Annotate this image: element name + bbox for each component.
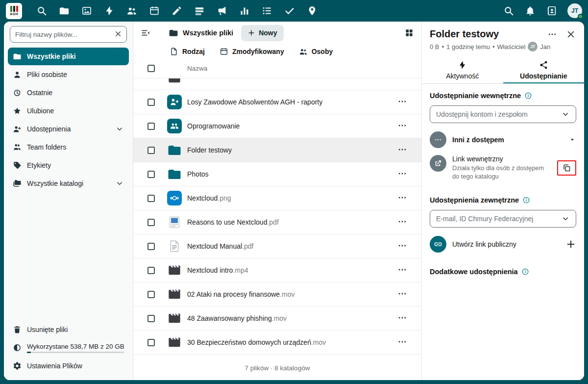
row-checkbox[interactable] bbox=[147, 99, 155, 106]
approval-app-icon[interactable] bbox=[284, 5, 295, 17]
row-actions-icon[interactable] bbox=[397, 121, 408, 131]
filter-chip-label: Rodzaj bbox=[182, 48, 205, 55]
agh-logo[interactable]: AGH bbox=[6, 3, 22, 19]
sidebar-item-favorites[interactable]: Ulubione bbox=[8, 102, 129, 120]
search-app-icon[interactable] bbox=[36, 5, 48, 17]
chevron-down-icon[interactable] bbox=[115, 125, 124, 133]
info-icon[interactable] bbox=[524, 92, 532, 100]
others-with-access-row[interactable]: Inni z dostępem bbox=[430, 128, 576, 152]
group-icon bbox=[13, 143, 22, 152]
notes-app-icon[interactable] bbox=[171, 5, 183, 17]
create-public-link-plus-icon[interactable] bbox=[565, 239, 576, 250]
select-all-checkbox[interactable] bbox=[147, 65, 155, 72]
file-row-partial[interactable] bbox=[133, 78, 421, 90]
sidebar-item-tags[interactable]: Etykiety bbox=[8, 156, 129, 174]
tab-activity[interactable]: Aktywność bbox=[422, 57, 503, 83]
tab-sharing[interactable]: Udostępnianie bbox=[503, 57, 585, 83]
grid-view-toggle-icon[interactable] bbox=[404, 27, 415, 38]
contacts-menu-icon[interactable] bbox=[546, 5, 558, 17]
copy-internal-link-button[interactable] bbox=[557, 160, 576, 176]
sidebar-item-recent[interactable]: Ostatnie bbox=[8, 84, 129, 102]
info-icon[interactable] bbox=[522, 196, 530, 204]
file-row-selected[interactable]: Folder testowy bbox=[133, 138, 421, 162]
sidebar-item-label: Ostatnie bbox=[27, 89, 52, 97]
unified-search-icon[interactable] bbox=[503, 5, 514, 17]
file-row[interactable]: Losy Zawodowe Absolwentów AGH - raporty bbox=[133, 90, 421, 114]
row-checkbox[interactable] bbox=[147, 195, 155, 202]
tasks-app-icon[interactable] bbox=[261, 5, 273, 17]
maps-app-icon[interactable] bbox=[306, 5, 318, 17]
notifications-bell-icon[interactable] bbox=[524, 5, 536, 17]
chevron-down-icon bbox=[561, 214, 570, 223]
info-icon[interactable] bbox=[521, 268, 529, 276]
row-checkbox[interactable] bbox=[147, 171, 155, 178]
sidebar-item-shares[interactable]: Udostępnienia bbox=[8, 120, 129, 138]
deck-app-icon[interactable] bbox=[194, 5, 205, 17]
column-header-name[interactable]: Nazwa bbox=[187, 65, 207, 72]
details-tabs: Aktywność Udostępnianie bbox=[422, 57, 584, 84]
sidebar-item-team-folders[interactable]: Team folders bbox=[8, 138, 129, 156]
row-checkbox[interactable] bbox=[147, 315, 155, 322]
activity-app-icon[interactable] bbox=[103, 5, 115, 17]
file-row[interactable]: Reasons to use Nextcloud.pdf bbox=[133, 210, 421, 234]
row-actions-icon[interactable] bbox=[397, 313, 408, 324]
owner-name: Jan bbox=[540, 43, 550, 51]
gear-icon bbox=[13, 361, 22, 370]
user-avatar[interactable]: JT bbox=[567, 3, 582, 18]
clear-filter-icon[interactable] bbox=[114, 30, 123, 39]
file-filter-input[interactable] bbox=[10, 26, 127, 43]
sidebar-item-all-folders[interactable]: Wszystkie katalogi bbox=[8, 175, 129, 192]
chevron-down-icon[interactable] bbox=[115, 179, 124, 188]
row-actions-icon[interactable] bbox=[397, 97, 408, 107]
sidebar-item-quota[interactable]: Wykorzystane 538,7 MB z 20 GB bbox=[8, 339, 129, 357]
details-menu-icon[interactable] bbox=[547, 29, 558, 40]
expand-caret-icon[interactable] bbox=[568, 136, 576, 144]
photos-app-icon[interactable] bbox=[81, 5, 93, 17]
internal-share-select[interactable]: Udostępnij kontom i zespołom bbox=[430, 105, 576, 123]
file-row[interactable]: Nextcloud intro.mp4 bbox=[133, 258, 421, 282]
sidebar-item-files-settings[interactable]: Ustawienia Plików bbox=[8, 357, 129, 375]
file-row[interactable]: Nextcloud Manual.pdf bbox=[133, 234, 421, 258]
calendar-app-icon[interactable] bbox=[148, 5, 160, 17]
announcements-app-icon[interactable] bbox=[216, 5, 228, 17]
sidebar-item-deleted-files[interactable]: Usunięte pliki bbox=[8, 321, 129, 338]
collapse-sidebar-icon[interactable] bbox=[140, 27, 151, 38]
row-checkbox[interactable] bbox=[147, 267, 155, 274]
filter-chip-modified[interactable]: Zmodyfikowany bbox=[220, 47, 284, 56]
row-checkbox[interactable] bbox=[147, 339, 155, 346]
file-row[interactable]: 30 Bezpieczeństwo domowych urządzeń.mov bbox=[133, 331, 421, 355]
row-actions-icon[interactable] bbox=[397, 241, 408, 252]
breadcrumb[interactable]: Wszystkie pliki bbox=[169, 28, 233, 38]
file-row[interactable]: 48 Zaawansowany phishing.mov bbox=[133, 307, 421, 331]
external-share-select[interactable]: E-mail, ID Chmury Federacyjnej bbox=[430, 210, 576, 228]
row-checkbox[interactable] bbox=[147, 219, 155, 226]
new-button[interactable]: Nowy bbox=[241, 25, 283, 41]
file-row[interactable]: Oprogramowanie bbox=[133, 114, 421, 138]
others-avatar-icon bbox=[430, 131, 446, 148]
row-checkbox[interactable] bbox=[147, 147, 155, 154]
sidebar-item-all-files[interactable]: Wszystkie pliki bbox=[8, 48, 129, 65]
create-public-link-row[interactable]: Utwórz link publiczny bbox=[430, 232, 576, 256]
row-actions-icon[interactable] bbox=[397, 265, 408, 276]
row-actions-icon[interactable] bbox=[397, 169, 408, 179]
sidebar-item-personal-files[interactable]: Pliki osobiste bbox=[8, 66, 129, 83]
row-actions-icon[interactable] bbox=[397, 289, 408, 300]
file-row[interactable]: Photos bbox=[133, 162, 421, 186]
analytics-app-icon[interactable] bbox=[239, 5, 250, 17]
file-row[interactable]: 02 Ataki na procesy finansowe.mov bbox=[133, 282, 421, 307]
row-checkbox[interactable] bbox=[147, 243, 155, 250]
row-checkbox[interactable] bbox=[147, 123, 155, 130]
details-close-icon[interactable] bbox=[565, 29, 576, 40]
nextcloud-image-icon bbox=[167, 191, 182, 205]
file-row[interactable]: Nextcloud.png bbox=[133, 186, 421, 210]
row-actions-icon[interactable] bbox=[397, 145, 408, 155]
row-actions-icon[interactable] bbox=[397, 337, 408, 348]
filter-chip-type[interactable]: Rodzaj bbox=[170, 47, 205, 56]
video-file-icon bbox=[168, 78, 181, 85]
row-actions-icon[interactable] bbox=[397, 193, 408, 204]
row-checkbox[interactable] bbox=[147, 291, 155, 298]
files-app-icon[interactable] bbox=[58, 5, 70, 17]
contacts-app-icon[interactable] bbox=[126, 5, 138, 17]
row-actions-icon[interactable] bbox=[397, 217, 408, 228]
filter-chip-people[interactable]: Osoby bbox=[299, 47, 333, 56]
